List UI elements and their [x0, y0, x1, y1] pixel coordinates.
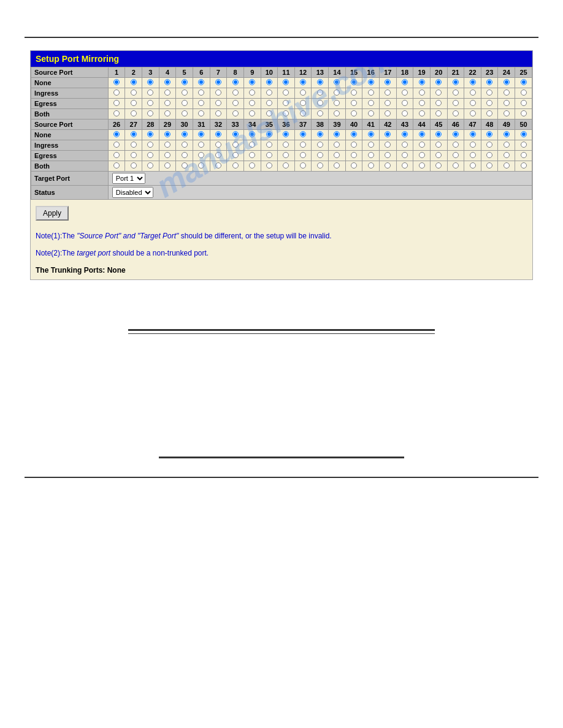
radio-ingress-p27[interactable]	[131, 142, 137, 148]
radio-both-p13[interactable]	[317, 110, 323, 116]
radio-none-p26[interactable]	[113, 131, 120, 137]
radio-ingress-p35[interactable]	[266, 142, 272, 148]
radio-none-p19[interactable]	[419, 79, 425, 85]
radio-none-p28[interactable]	[147, 131, 153, 137]
radio-egress-p5[interactable]	[182, 100, 188, 106]
radio-both-p40[interactable]	[351, 162, 357, 169]
radio-both-p44[interactable]	[419, 162, 425, 169]
radio-egress-p26[interactable]	[113, 152, 120, 158]
radio-ingress-p22[interactable]	[470, 89, 476, 96]
radio-egress-p34[interactable]	[249, 152, 255, 158]
radio-both-p28[interactable]	[147, 162, 153, 169]
radio-both-p37[interactable]	[300, 162, 306, 169]
radio-none-p22[interactable]	[470, 79, 476, 85]
radio-egress-p33[interactable]	[232, 152, 239, 158]
radio-none-p44[interactable]	[419, 131, 425, 137]
radio-egress-p41[interactable]	[368, 152, 374, 158]
radio-none-p43[interactable]	[402, 131, 408, 137]
radio-none-p3[interactable]	[147, 79, 153, 85]
radio-egress-p37[interactable]	[300, 152, 306, 158]
radio-egress-p43[interactable]	[402, 152, 408, 158]
radio-egress-p21[interactable]	[453, 100, 459, 106]
radio-ingress-p43[interactable]	[402, 142, 408, 148]
radio-egress-p47[interactable]	[470, 152, 476, 158]
radio-ingress-p29[interactable]	[164, 142, 170, 148]
radio-none-p49[interactable]	[504, 131, 510, 137]
radio-none-p42[interactable]	[385, 131, 391, 137]
radio-both-p6[interactable]	[198, 110, 204, 116]
radio-both-p22[interactable]	[470, 110, 476, 116]
radio-none-p7[interactable]	[215, 79, 221, 85]
radio-none-p33[interactable]	[232, 131, 239, 137]
radio-both-p45[interactable]	[435, 162, 442, 169]
radio-ingress-p34[interactable]	[249, 142, 255, 148]
radio-both-p14[interactable]	[334, 110, 340, 116]
radio-egress-p20[interactable]	[435, 100, 442, 106]
radio-both-p24[interactable]	[504, 110, 510, 116]
radio-none-p6[interactable]	[198, 79, 204, 85]
radio-egress-p46[interactable]	[453, 152, 459, 158]
radio-both-p36[interactable]	[283, 162, 289, 169]
radio-both-p49[interactable]	[504, 162, 510, 169]
radio-ingress-p12[interactable]	[300, 89, 306, 96]
radio-egress-p27[interactable]	[131, 152, 137, 158]
radio-ingress-p3[interactable]	[147, 89, 153, 96]
radio-none-p23[interactable]	[486, 79, 492, 85]
radio-both-p16[interactable]	[368, 110, 374, 116]
radio-egress-p9[interactable]	[249, 100, 255, 106]
radio-egress-p8[interactable]	[232, 100, 239, 106]
radio-both-p4[interactable]	[164, 110, 170, 116]
radio-none-p16[interactable]	[368, 79, 374, 85]
radio-none-p4[interactable]	[164, 79, 170, 85]
radio-both-p50[interactable]	[521, 162, 527, 169]
radio-egress-p28[interactable]	[147, 152, 153, 158]
radio-ingress-p23[interactable]	[486, 89, 492, 96]
radio-both-p35[interactable]	[266, 162, 272, 169]
radio-ingress-p32[interactable]	[215, 142, 221, 148]
radio-both-p23[interactable]	[486, 110, 492, 116]
radio-both-p43[interactable]	[402, 162, 408, 169]
radio-egress-p29[interactable]	[164, 152, 170, 158]
radio-both-p38[interactable]	[317, 162, 323, 169]
radio-ingress-p37[interactable]	[300, 142, 306, 148]
radio-egress-p19[interactable]	[419, 100, 425, 106]
radio-ingress-p33[interactable]	[232, 142, 239, 148]
radio-ingress-p17[interactable]	[385, 89, 391, 96]
radio-egress-p15[interactable]	[351, 100, 357, 106]
radio-egress-p32[interactable]	[215, 152, 221, 158]
radio-egress-p11[interactable]	[283, 100, 289, 106]
radio-none-p1[interactable]	[113, 79, 120, 85]
radio-none-p13[interactable]	[317, 79, 323, 85]
radio-both-p17[interactable]	[385, 110, 391, 116]
radio-egress-p17[interactable]	[385, 100, 391, 106]
radio-both-p48[interactable]	[486, 162, 492, 169]
radio-ingress-p47[interactable]	[470, 142, 476, 148]
radio-egress-p49[interactable]	[504, 152, 510, 158]
radio-both-p18[interactable]	[402, 110, 408, 116]
radio-none-p35[interactable]	[266, 131, 272, 137]
radio-ingress-p36[interactable]	[283, 142, 289, 148]
radio-ingress-p9[interactable]	[249, 89, 255, 96]
radio-egress-p50[interactable]	[521, 152, 527, 158]
radio-ingress-p25[interactable]	[521, 89, 527, 96]
radio-egress-p25[interactable]	[521, 100, 527, 106]
radio-egress-p35[interactable]	[266, 152, 272, 158]
radio-ingress-p11[interactable]	[283, 89, 289, 96]
radio-none-p39[interactable]	[334, 131, 340, 137]
radio-egress-p18[interactable]	[402, 100, 408, 106]
radio-ingress-p19[interactable]	[419, 89, 425, 96]
radio-ingress-p41[interactable]	[368, 142, 374, 148]
radio-none-p14[interactable]	[334, 79, 340, 85]
radio-ingress-p30[interactable]	[182, 142, 188, 148]
radio-both-p10[interactable]	[266, 110, 272, 116]
radio-egress-p48[interactable]	[486, 152, 492, 158]
radio-none-p29[interactable]	[164, 131, 170, 137]
radio-none-p15[interactable]	[351, 79, 357, 85]
radio-ingress-p26[interactable]	[113, 142, 120, 148]
radio-both-p34[interactable]	[249, 162, 255, 169]
radio-both-p1[interactable]	[113, 110, 120, 116]
radio-egress-p13[interactable]	[317, 100, 323, 106]
radio-both-p25[interactable]	[521, 110, 527, 116]
radio-none-p37[interactable]	[300, 131, 306, 137]
radio-ingress-p13[interactable]	[317, 89, 323, 96]
